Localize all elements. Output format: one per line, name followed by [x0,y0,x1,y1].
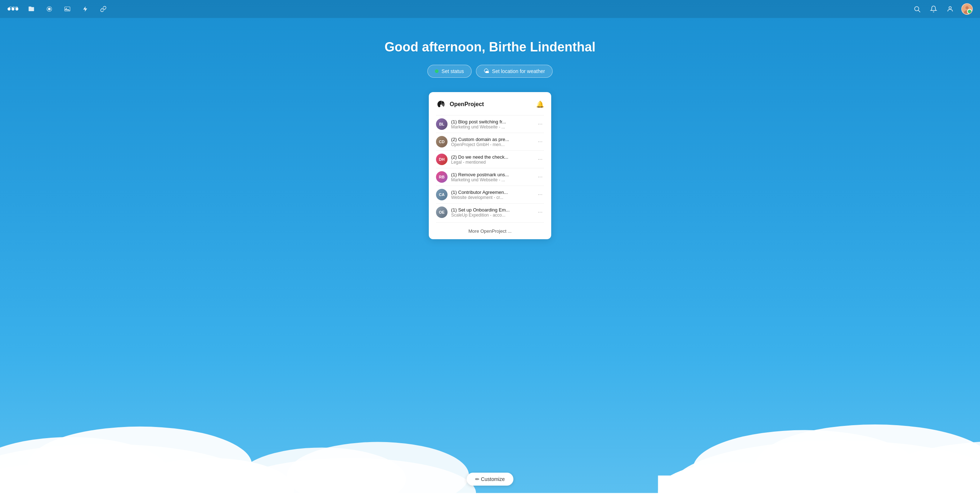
item-more-button[interactable]: ··· [536,173,544,181]
notifications-icon[interactable] [928,3,939,14]
item-avatar: RB [436,171,447,183]
card-items-container: BL (1) Blog post switching fr... Marketi… [436,115,544,221]
item-avatar: DH [436,154,447,165]
contacts-icon[interactable] [945,3,956,14]
item-more-button[interactable]: ··· [536,156,544,163]
photos-icon[interactable] [62,3,73,14]
user-avatar[interactable] [961,3,973,15]
card-item[interactable]: BL (1) Blog post switching fr... Marketi… [436,115,544,133]
set-weather-button[interactable]: 🌤 Set location for weather [476,65,553,78]
openproject-icon [436,99,446,110]
item-title: (2) Custom domain as pre... [451,137,533,142]
svg-point-31 [442,102,444,103]
item-text: (1) Blog post switching fr... Marketing … [451,119,533,130]
customize-label: ✏ Customize [475,476,505,482]
item-text: (1) Remove postmark uns... Marketing und… [451,172,533,183]
item-subtitle: Marketing und Webseite - ... [451,177,533,183]
svg-point-26 [949,6,951,9]
svg-point-20 [48,8,51,10]
files-icon[interactable] [26,3,37,14]
circle-icon[interactable] [44,3,55,14]
svg-point-30 [438,105,440,107]
card-footer[interactable]: More OpenProject ... [436,222,544,239]
customize-button[interactable]: ✏ Customize [466,473,514,486]
item-text: (1) Set up Onboarding Em... ScaleUp Expe… [451,207,533,217]
card-header: OpenProject 🔔 [436,99,544,110]
card-item[interactable]: DH (2) Do we need the check... Legal - m… [436,150,544,168]
item-avatar: BL [436,118,447,130]
item-avatar: CD [436,136,447,148]
item-subtitle: Legal - mentioned [451,160,533,165]
card-item[interactable]: CD (2) Custom domain as pre... OpenProje… [436,133,544,150]
item-text: (2) Custom domain as pre... OpenProject … [451,137,533,147]
item-text: (1) Contributor Agreemen... Website deve… [451,190,533,200]
link-icon[interactable] [98,3,109,14]
nextcloud-logo[interactable] [7,5,19,13]
svg-point-23 [66,8,67,9]
item-title: (1) Contributor Agreemen... [451,190,533,195]
svg-point-18 [11,8,14,10]
card-item[interactable]: CA (1) Contributor Agreemen... Website d… [436,186,544,203]
item-more-button[interactable]: ··· [536,190,544,198]
item-subtitle: OpenProject GmbH - men... [451,142,533,147]
item-title: (1) Remove postmark uns... [451,172,533,177]
card-title: OpenProject [450,101,533,108]
openproject-card: OpenProject 🔔 BL (1) Blog post switching… [429,92,551,239]
item-title: (2) Do we need the check... [451,154,533,160]
card-item[interactable]: RB (1) Remove postmark uns... Marketing … [436,168,544,186]
action-buttons: Set status 🌤 Set location for weather [427,65,552,78]
item-more-button[interactable]: ··· [536,208,544,216]
item-text: (2) Do we need the check... Legal - ment… [451,154,533,165]
svg-rect-16 [0,493,980,500]
item-more-button[interactable]: ··· [536,120,544,128]
card-item[interactable]: OE (1) Set up Onboarding Em... ScaleUp E… [436,203,544,221]
item-subtitle: Website development - cr... [451,195,533,200]
svg-point-19 [16,8,18,10]
set-status-label: Set status [441,68,464,74]
topbar-right [912,3,973,15]
search-icon[interactable] [912,3,923,14]
card-bell-icon[interactable]: 🔔 [536,100,544,108]
topbar [0,0,980,18]
item-subtitle: Marketing und Webseite - ... [451,124,533,130]
topbar-left [7,3,912,14]
svg-point-28 [966,6,969,10]
set-status-button[interactable]: Set status [427,65,471,78]
greeting-text: Good afternoon, Birthe Lindenthal [385,40,595,55]
item-avatar: CA [436,189,447,200]
svg-line-25 [918,10,920,12]
activity-icon[interactable] [80,3,91,14]
svg-point-17 [8,8,10,10]
item-subtitle: ScaleUp Expedition - acco... [451,213,533,217]
weather-icon: 🌤 [484,68,489,75]
card-footer-link: More OpenProject ... [468,229,512,234]
item-avatar: OE [436,206,447,218]
main-content: Good afternoon, Birthe Lindenthal Set st… [0,18,980,239]
set-weather-label: Set location for weather [492,68,545,74]
item-more-button[interactable]: ··· [536,138,544,146]
item-title: (1) Set up Onboarding Em... [451,207,533,213]
status-dot [435,70,439,73]
item-title: (1) Blog post switching fr... [451,119,533,124]
